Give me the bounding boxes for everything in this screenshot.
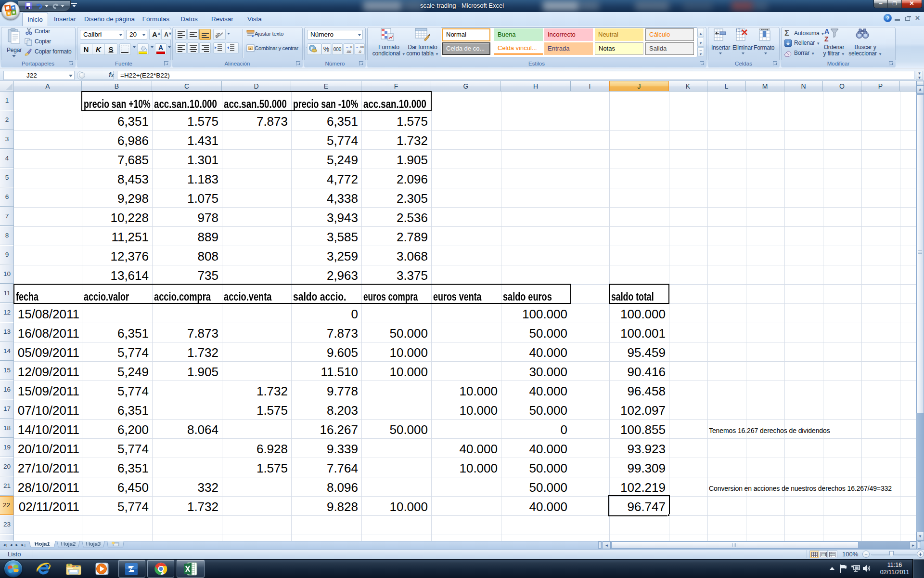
svg-text:a: a [249, 47, 251, 50]
svg-text:A: A [824, 27, 829, 35]
svg-text:Z: Z [824, 35, 829, 43]
